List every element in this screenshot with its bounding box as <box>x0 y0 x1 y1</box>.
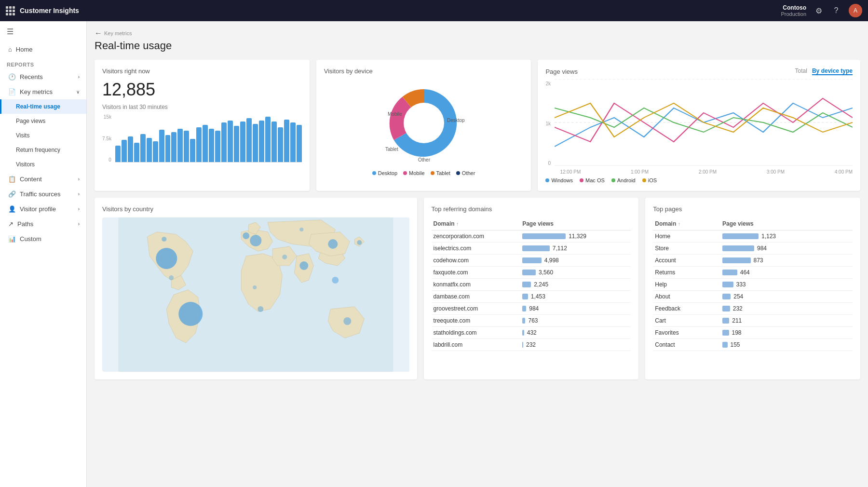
sidebar-item-home[interactable]: ⌂ Home <box>0 42 86 57</box>
bar <box>171 132 176 162</box>
pageviews-cell: 232 <box>520 339 631 351</box>
sort-domain-icon[interactable]: ↑ <box>456 221 459 227</box>
back-btn[interactable]: ← <box>95 29 102 38</box>
page-cell: Cart <box>653 315 720 327</box>
hamburger-icon[interactable]: ☰ <box>7 27 14 36</box>
bar <box>221 122 227 162</box>
sidebar-return-frequency-label: Return frequency <box>16 147 60 153</box>
pv-y-1k: 1k <box>545 121 551 126</box>
bar <box>140 134 146 162</box>
toggle-by-device[interactable]: By device type <box>812 68 853 75</box>
page-views-cell: 1,123 <box>720 230 853 243</box>
pageviews-cell: 2,245 <box>520 279 631 291</box>
app-title: Customer Insights <box>20 7 776 14</box>
sidebar-item-paths[interactable]: ↗ Paths › <box>0 216 86 231</box>
table-row: Cart 211 <box>653 315 853 327</box>
domain-cell: iselectrics.com <box>432 243 521 255</box>
help-icon[interactable]: ? <box>831 6 841 15</box>
windows-dot <box>545 178 549 182</box>
bar <box>259 121 264 162</box>
top-navigation: Customer Insights Contoso Production ⚙ ?… <box>0 0 868 21</box>
sidebar-visits-label: Visits <box>16 132 29 139</box>
sidebar-item-visitor-profile[interactable]: 👤 Visitor profile › <box>0 202 86 216</box>
visitors-by-device-title: Visitors by device <box>324 68 524 75</box>
top-pages-card: Top pages Domain ↑ Page views Home <box>645 198 860 379</box>
main-content: ← Key metrics Real-time usage Visitors r… <box>87 21 868 487</box>
user-info: Contoso Production <box>781 4 806 17</box>
chevron-right-content-icon: › <box>78 176 80 182</box>
sidebar-item-real-time-usage[interactable]: Real-time usage <box>0 99 86 114</box>
bar <box>253 124 258 162</box>
sidebar-item-return-frequency[interactable]: Return frequency <box>0 143 86 157</box>
pageviews-cell: 4,998 <box>520 255 631 267</box>
sidebar-home-label: Home <box>16 46 33 53</box>
app-grid-icon[interactable] <box>6 6 15 15</box>
sidebar-item-visitors[interactable]: Visitors <box>0 157 86 172</box>
paths-icon: ↗ <box>8 220 14 228</box>
y-label-15k: 15k <box>102 114 111 120</box>
svg-point-9 <box>243 232 249 239</box>
pageviews-cell: 1,453 <box>520 291 631 303</box>
bar <box>134 143 139 162</box>
domain-cell: labdrill.com <box>432 339 521 351</box>
table-row: Favorites 198 <box>653 327 853 339</box>
table-row: dambase.com 1,453 <box>432 291 631 303</box>
pageviews-cell: 432 <box>520 327 631 339</box>
sidebar-key-metrics-label: Key metrics <box>20 88 53 95</box>
pv-y-2k: 2k <box>545 81 551 86</box>
col-page-views-header: Page views <box>720 217 853 230</box>
pages-table: Domain ↑ Page views Home 1,123 Store <box>653 217 853 351</box>
domains-table: Domain ↑ Page views zencorporation.com 1… <box>432 217 631 351</box>
env-name: Production <box>781 11 806 17</box>
page-cell: About <box>653 291 720 303</box>
bar <box>284 120 289 162</box>
svg-point-14 <box>357 240 362 245</box>
domain-cell: zencorporation.com <box>432 230 521 243</box>
sidebar-item-content[interactable]: 📋 Content › <box>0 172 86 187</box>
svg-point-18 <box>332 277 339 284</box>
svg-point-19 <box>282 255 287 259</box>
domain-cell: groovestreet.com <box>432 303 521 315</box>
page-views-card: Page views Total By device type 2k 1k 0 <box>538 60 860 191</box>
table-row: konmatfix.com 2,245 <box>432 279 631 291</box>
x-label-12pm: 12:00 PM <box>560 169 581 175</box>
breadcrumb: ← Key metrics <box>95 29 860 38</box>
domain-cell: konmatfix.com <box>432 279 521 291</box>
sidebar-item-key-metrics[interactable]: 📄 Key metrics ∨ <box>0 84 86 99</box>
svg-point-13 <box>343 317 351 325</box>
sidebar-item-custom[interactable]: 📊 Custom <box>0 231 86 246</box>
table-row: Home 1,123 <box>653 230 853 243</box>
page-cell: Favorites <box>653 327 720 339</box>
svg-point-10 <box>299 261 308 270</box>
sidebar-item-page-views[interactable]: Page views <box>0 114 86 128</box>
svg-text:Mobile: Mobile <box>388 111 402 117</box>
legend-android-label: Android <box>617 177 636 183</box>
x-label-3pm: 3:00 PM <box>767 169 785 175</box>
bar <box>209 129 214 162</box>
x-label-1pm: 1:00 PM <box>631 169 649 175</box>
bar-chart <box>115 114 302 162</box>
sidebar-item-visits[interactable]: Visits <box>0 128 86 143</box>
svg-text:Tablet: Tablet <box>385 147 398 152</box>
donut-chart: Desktop Tablet Mobile Other <box>376 80 472 166</box>
sidebar-item-traffic-sources[interactable]: 🔗 Traffic sources › <box>0 187 86 202</box>
svg-point-0 <box>404 103 444 143</box>
map-bubble-europe <box>250 235 261 246</box>
sidebar-item-recents[interactable]: 🕐 Recents › <box>0 69 86 84</box>
bar <box>278 127 283 162</box>
bar <box>203 125 208 162</box>
legend-mobile-label: Mobile <box>409 170 424 176</box>
top-referring-domains-card: Top referring domains Domain ↑ Page view… <box>424 198 639 379</box>
bar <box>290 122 296 162</box>
toggle-total[interactable]: Total <box>795 68 807 75</box>
svg-text:Other: Other <box>418 157 431 162</box>
settings-icon[interactable]: ⚙ <box>814 6 824 15</box>
table-row: statholdings.com 432 <box>432 327 631 339</box>
svg-point-17 <box>169 275 174 280</box>
visitors-30min-label: Visitors in last 30 minutes <box>102 104 302 110</box>
svg-point-20 <box>299 228 303 231</box>
chevron-right-traffic-icon: › <box>78 191 80 197</box>
avatar[interactable]: A <box>849 4 862 17</box>
sort-page-icon[interactable]: ↑ <box>678 221 680 227</box>
bar <box>115 146 121 162</box>
